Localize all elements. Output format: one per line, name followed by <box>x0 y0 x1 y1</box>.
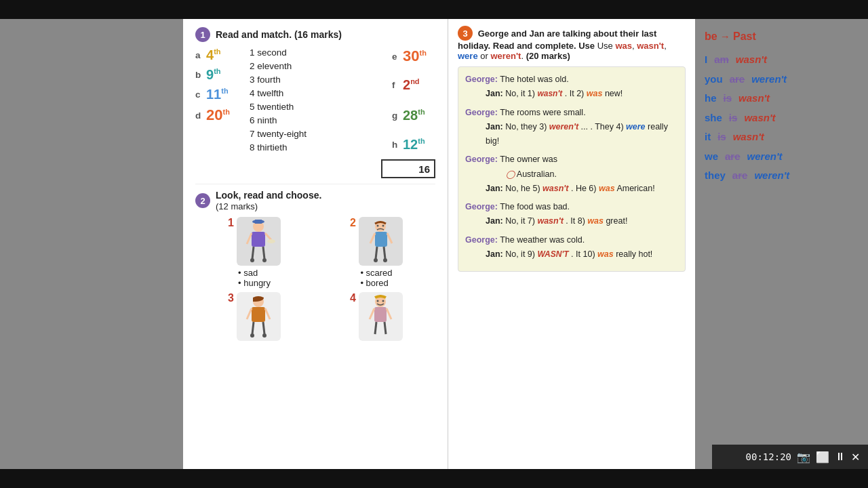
dialogue-5: George: The weather was cold. Jan: No, i… <box>465 233 678 262</box>
wasnt-7: wasn't <box>537 216 563 226</box>
note-werent-we: weren't <box>747 147 783 167</box>
section3-header: 3 George and Jan are talking about their… <box>458 26 686 61</box>
char-2: 2 <box>317 217 435 288</box>
word-2: 2 eleventh <box>250 61 381 71</box>
ord-a-label: a <box>195 50 203 60</box>
svg-line-26 <box>263 322 264 334</box>
right-side: 3 George and Jan are talking about their… <box>448 19 868 469</box>
ord-d-number: 20th <box>206 106 230 124</box>
dialogue-4-george: George: The food was bad. <box>465 200 678 214</box>
word-1: 1 second <box>250 47 381 58</box>
char-1-figure <box>237 217 281 266</box>
ord-e-label: e <box>392 52 400 62</box>
svg-point-28 <box>262 333 267 338</box>
was-2: was <box>587 89 603 98</box>
note-row-she: she is wasn't <box>705 108 859 128</box>
ord-d-label: d <box>195 110 203 121</box>
word-5: 5 twentieth <box>250 102 381 112</box>
note-am: am <box>714 50 729 70</box>
note-she: she <box>705 108 722 128</box>
note-row-we: we are weren't <box>705 147 859 167</box>
word-6: 6 ninth <box>250 115 381 125</box>
ord-d: d 20th <box>195 106 243 124</box>
note-is-she: is <box>729 108 738 128</box>
timer-display: 00:12:20 <box>746 451 791 462</box>
dialogue-4-jan: Jan: No, it 7) wasn't . It 8) was great! <box>465 214 678 228</box>
note-he: he <box>705 89 717 108</box>
dialogue-1-george: George: The hotel was old. <box>465 73 678 87</box>
ord-c-label: c <box>195 89 203 100</box>
note-are-they: are <box>732 166 748 186</box>
was-6: was <box>599 184 615 193</box>
char-2-number: 2 <box>350 217 356 229</box>
timer-bar: 00:12:20 📷 ⬜ ⏸ ✕ <box>712 445 868 469</box>
note-are-we: are <box>725 147 741 167</box>
right-ordinals: e 30th f 2nd g 28th h 12th <box>388 47 435 152</box>
word-3: 3 fourth <box>250 75 381 85</box>
note-i: I <box>705 50 707 70</box>
note-row-he: he is wasn't <box>705 89 859 108</box>
note-is-it: is <box>717 127 726 147</box>
section2-header: 2 Look, read and choose. (12 marks) <box>195 190 435 211</box>
ord-b: b 9th <box>195 67 243 83</box>
dialogue-1-jan: Jan: No, it 1) wasn't . It 2) was new! <box>465 87 678 101</box>
ord-c-number: 11th <box>206 87 229 102</box>
svg-point-18 <box>383 258 387 262</box>
note-is-he: is <box>724 89 732 108</box>
sidebar-notes: be → Past I am wasn't you are weren't he… <box>695 19 868 469</box>
section2-title-block: Look, read and choose. (12 marks) <box>216 190 321 211</box>
section1-header: 1 Read and match. (16 marks) <box>195 27 435 42</box>
score-container: 16 <box>195 157 435 178</box>
svg-line-24 <box>265 308 270 319</box>
words-column: 1 second 2 eleventh 3 fourth 4 twelfth 5… <box>250 47 381 152</box>
svg-line-15 <box>376 247 377 259</box>
ord-a: a 4th <box>195 47 243 63</box>
svg-line-14 <box>387 233 392 243</box>
svg-line-5 <box>252 247 254 259</box>
svg-line-32 <box>387 308 391 319</box>
svg-rect-10 <box>255 220 262 224</box>
ord-h-label: h <box>392 140 400 150</box>
note-row-you: you are weren't <box>705 70 859 89</box>
svg-point-36 <box>382 300 384 302</box>
dialogue-1: George: The hotel was old. Jan: No, it 1… <box>465 73 678 102</box>
stop-icon[interactable]: ⬜ <box>816 451 829 464</box>
pause-icon[interactable]: ⏸ <box>835 451 846 463</box>
svg-point-8 <box>262 258 267 262</box>
char-3-figure <box>237 292 281 341</box>
svg-point-4 <box>267 239 275 243</box>
was-10: was <box>597 249 614 259</box>
note-werent-you: weren't <box>751 70 787 89</box>
char-3: 3 <box>195 292 313 341</box>
section2-title: Look, read and choose. <box>216 190 321 201</box>
note-wasnt-she: wasn't <box>744 108 775 128</box>
svg-point-17 <box>374 258 378 262</box>
note-wasnt-i: wasn't <box>736 50 767 70</box>
note-wasnt-he: wasn't <box>738 89 770 108</box>
camera-icon[interactable]: 📷 <box>797 451 810 464</box>
characters-grid: 1 <box>195 217 435 341</box>
svg-point-27 <box>250 333 254 338</box>
svg-line-6 <box>263 247 264 259</box>
char-2-labels: scared bored <box>360 268 392 288</box>
left-ordinals: a 4th b 9th c 11th d 20th <box>195 47 243 152</box>
was-8: was <box>587 216 604 226</box>
note-wasnt-it: wasn't <box>733 127 764 147</box>
ord-b-label: b <box>195 70 203 80</box>
section1-number: 1 <box>195 27 210 42</box>
ord-a-number: 4th <box>206 47 221 63</box>
char-1-label-2: hungry <box>238 278 271 288</box>
section2-subtitle: (12 marks) <box>216 201 258 211</box>
score-box: 16 <box>381 159 435 178</box>
svg-point-20 <box>382 224 384 226</box>
note-werent-they: weren't <box>754 166 789 186</box>
char-4-inner: 4 <box>350 292 403 341</box>
char-4-number: 4 <box>350 292 356 304</box>
ord-g-label: g <box>392 110 400 121</box>
note-we: we <box>705 147 718 167</box>
close-icon[interactable]: ✕ <box>851 451 860 464</box>
section2-number: 2 <box>195 193 210 208</box>
note-row-they: they are weren't <box>705 166 859 186</box>
dialogue-2-jan: Jan: No, they 3) weren't ... . They 4) w… <box>465 120 678 149</box>
svg-line-23 <box>247 308 252 319</box>
